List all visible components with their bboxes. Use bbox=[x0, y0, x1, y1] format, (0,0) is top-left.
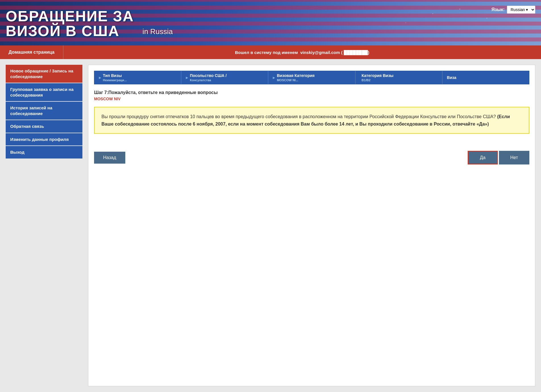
buttons-area: Назад Да Нет bbox=[94, 145, 529, 164]
sidebar-item-edit-profile[interactable]: Изменить данные профиля bbox=[6, 133, 82, 146]
language-label: Язык: bbox=[492, 7, 505, 12]
breadcrumb-step-2: ▶ Посольство США / Консулатства bbox=[181, 71, 268, 84]
sidebar-item-feedback[interactable]: Обратная связь bbox=[6, 120, 82, 133]
no-button[interactable]: Нет bbox=[499, 151, 529, 164]
header-title-area: ОБРАЩЕНИЕ ЗА ВИЗОЙ В США in Russia bbox=[0, 9, 173, 43]
yes-no-button-group: Да Нет bbox=[468, 151, 529, 164]
page-header: Язык: Russian ▾ English ОБРАЩЕНИЕ ЗА ВИЗ… bbox=[0, 0, 541, 45]
sidebar-item-new-appointment[interactable]: Новое обращение / Запись на собеседовани… bbox=[6, 65, 82, 83]
sidebar-item-group-appointment[interactable]: Групповая заявка о записи на собеседован… bbox=[6, 83, 82, 101]
content-area: ▶ Тип Визы Неиммиграци... ▶ Посольство С… bbox=[88, 65, 535, 386]
sidebar-item-logout[interactable]: Выход bbox=[6, 146, 82, 159]
back-button[interactable]: Назад bbox=[94, 152, 125, 164]
yes-button[interactable]: Да bbox=[468, 151, 498, 164]
breadcrumb-title-5: Виза bbox=[447, 75, 456, 80]
step-header: Шаг 7:Пожалуйста, ответьте на приведенны… bbox=[94, 90, 529, 95]
breadcrumb-step-4: Категория Визы B1/B2 bbox=[355, 71, 442, 84]
breadcrumb-title-1: Тип Визы Неиммиграци... bbox=[103, 73, 127, 82]
breadcrumb-arrow-1: ▶ bbox=[99, 76, 101, 79]
navigation-bar: Домашняя страница Вошел в систему под им… bbox=[0, 45, 541, 59]
breadcrumb-title-3: Визовая Категория MOSCOW NI... bbox=[277, 73, 315, 82]
step-location: MOSCOW NIV bbox=[94, 97, 529, 101]
header-title-text: ОБРАЩЕНИЕ ЗА ВИЗОЙ В США bbox=[6, 9, 134, 38]
header-subtitle: in Russia bbox=[142, 27, 173, 36]
language-selector-area: Язык: Russian ▾ English bbox=[492, 6, 535, 14]
main-container: Новое обращение / Запись на собеседовани… bbox=[0, 59, 541, 392]
language-dropdown[interactable]: Russian ▾ English bbox=[507, 6, 535, 14]
breadcrumb-step-5: Виза bbox=[442, 71, 529, 84]
header-title: ОБРАЩЕНИЕ ЗА ВИЗОЙ В США bbox=[6, 9, 134, 38]
breadcrumb-arrow-2: ▶ bbox=[186, 76, 188, 79]
info-box: Вы прошли процедуру снятия отпечатков 10… bbox=[94, 107, 529, 134]
sidebar: Новое обращение / Запись на собеседовани… bbox=[6, 65, 82, 386]
breadcrumb-title-2: Посольство США / Консулатства bbox=[190, 73, 227, 82]
breadcrumb-bar: ▶ Тип Визы Неиммиграци... ▶ Посольство С… bbox=[94, 71, 529, 84]
breadcrumb-arrow-3: ▶ bbox=[273, 76, 275, 79]
breadcrumb-title-4: Категория Визы B1/B2 bbox=[362, 73, 394, 82]
breadcrumb-step-1: ▶ Тип Визы Неиммиграци... bbox=[94, 71, 181, 84]
sidebar-item-history[interactable]: История записей на собеседование bbox=[6, 102, 82, 120]
breadcrumb-step-3: ▶ Визовая Категория MOSCOW NI... bbox=[268, 71, 355, 84]
home-link[interactable]: Домашняя страница bbox=[0, 45, 63, 59]
user-info: Вошел в систему под именем vinskiy@gmail… bbox=[63, 50, 541, 55]
